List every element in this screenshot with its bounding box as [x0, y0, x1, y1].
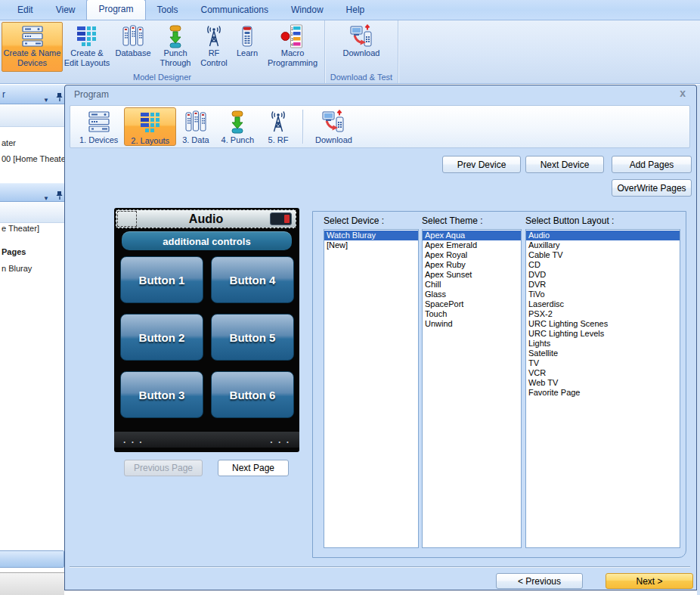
ribbon-button-learn[interactable]: Learn — [232, 22, 262, 72]
devices-icon — [20, 24, 45, 48]
previous-page-button: Previous Page — [124, 460, 203, 476]
list-item-tv[interactable]: TV — [526, 358, 680, 368]
toolbar-separator — [302, 110, 303, 144]
panel-header-label: r — [2, 89, 5, 100]
dialog-tab-label: 3. Data — [182, 135, 209, 144]
panel-toolbar-band — [0, 202, 64, 223]
list-item-lights[interactable]: Lights — [526, 339, 680, 349]
panel-toolbar-band — [0, 104, 64, 127]
ribbon-button-rf-control[interactable]: RF Control — [196, 22, 232, 72]
remote-preview: Audio additional controls Button 1Button… — [114, 208, 299, 452]
prev-device-button[interactable]: Prev Device — [442, 156, 521, 173]
list-item-urc-lighting-scenes[interactable]: URC Lighting Scenes — [526, 319, 680, 329]
remote-title-bar[interactable]: Audio — [116, 209, 296, 228]
remote-button-5[interactable]: Button 5 — [211, 314, 294, 361]
ribbon-button-database[interactable]: Database — [111, 22, 155, 72]
list-item-cable-tv[interactable]: Cable TV — [526, 250, 680, 260]
svg-text:2: 2 — [291, 32, 293, 36]
previous-step-button[interactable]: < Previous — [496, 573, 583, 589]
dialog-tab-download[interactable]: Download — [309, 107, 358, 146]
select-button-layout-label: Select Button Layout : — [525, 215, 614, 226]
list-item-glass[interactable]: Glass — [423, 290, 521, 299]
list-item-apex-emerald[interactable]: Apex Emerald — [423, 240, 521, 250]
dialog-tab-5-rf[interactable]: 5. RF — [260, 107, 296, 146]
list-item-unwind[interactable]: Unwind — [423, 319, 521, 329]
ribbon-button-label: Database — [111, 48, 155, 58]
device-listbox[interactable]: Watch Bluray[New] — [324, 229, 419, 548]
tree-item-fragment: n Bluray — [2, 264, 32, 273]
list-item-apex-royal[interactable]: Apex Royal — [423, 250, 521, 260]
list-item-dvr[interactable]: DVR — [526, 280, 680, 290]
list-item-vcr[interactable]: VCR — [526, 368, 680, 378]
selection-group-box: Select Device : Watch Bluray[New] Select… — [312, 211, 686, 558]
list-item-tivo[interactable]: TiVo — [526, 290, 680, 299]
rf-icon — [202, 24, 226, 48]
list-item-urc-lighting-levels[interactable]: URC Lighting Levels — [526, 329, 680, 339]
ribbon-button-label: Learn — [232, 48, 262, 58]
theme-listbox[interactable]: Apex AquaApex EmeraldApex RoyalApex Ruby… — [422, 229, 522, 548]
menu-item-communications[interactable]: Communications — [190, 1, 280, 20]
list-item-psx-2[interactable]: PSX-2 — [526, 309, 680, 319]
additional-controls-button[interactable]: additional controls — [122, 231, 292, 250]
background-panels: r ▼ ater 00 [Home Theater ▼ e Theater] P… — [0, 85, 64, 595]
list-item-apex-aqua[interactable]: Apex Aqua — [423, 231, 521, 240]
dialog-tab-4-punch[interactable]: 4. Punch — [215, 107, 260, 146]
list-item-cd[interactable]: CD — [526, 260, 680, 270]
next-device-button[interactable]: Next Device — [525, 156, 604, 173]
dialog-tab-2-layouts[interactable]: 2. Layouts — [124, 107, 176, 146]
macro-icon: 1234 — [280, 24, 305, 48]
punch-icon — [225, 110, 249, 134]
next-step-button[interactable]: Next > — [606, 573, 693, 589]
data-icon — [184, 110, 208, 134]
remote-button-2[interactable]: Button 2 — [120, 314, 203, 361]
punch-icon — [163, 24, 187, 48]
list-item-new[interactable]: [New] — [324, 240, 418, 250]
panel-header-top[interactable]: r ▼ — [0, 85, 64, 104]
list-item-audio[interactable]: Audio — [526, 231, 680, 240]
button-layout-listbox[interactable]: AudioAuxillaryCable TVCDDVDDVRTiVoLaserd… — [525, 229, 680, 548]
collapsed-panel-bar[interactable] — [0, 550, 64, 568]
list-item-apex-ruby[interactable]: Apex Ruby — [423, 260, 521, 270]
ribbon-button-create-edit-layouts[interactable]: Create & Edit Layouts — [63, 22, 111, 72]
next-page-button[interactable]: Next Page — [218, 460, 289, 476]
list-item-spaceport[interactable]: SpacePort — [423, 299, 521, 309]
list-item-dvd[interactable]: DVD — [526, 270, 680, 280]
list-item-web-tv[interactable]: Web TV — [526, 378, 680, 388]
tree-item-fragment: 00 [Home Theater — [2, 154, 64, 163]
ribbon-button-create-name-devices[interactable]: Create & Name Devices — [2, 22, 63, 72]
list-item-apex-sunset[interactable]: Apex Sunset — [423, 270, 521, 280]
ribbon-button-download[interactable]: Download — [327, 22, 396, 72]
select-theme-column: Select Theme : Apex AquaApex EmeraldApex… — [422, 212, 522, 557]
select-device-column: Select Device : Watch Bluray[New] — [324, 212, 419, 557]
menu-item-program[interactable]: Program — [86, 0, 145, 20]
menu-item-window[interactable]: Window — [280, 1, 335, 20]
list-item-chill[interactable]: Chill — [423, 280, 521, 290]
dialog-tab-3-data[interactable]: 3. Data — [176, 107, 215, 146]
dialog-toolbar: 1. Devices2. Layouts3. Data4. Punch5. RF… — [70, 105, 690, 148]
list-item-favorite-page[interactable]: Favorite Page — [526, 388, 680, 398]
layouts-icon — [138, 110, 163, 135]
menu-item-view[interactable]: View — [45, 1, 87, 20]
list-item-auxillary[interactable]: Auxillary — [526, 240, 680, 250]
remote-button-4[interactable]: Button 4 — [211, 256, 294, 303]
close-icon[interactable]: x — [680, 87, 686, 99]
remote-button-1[interactable]: Button 1 — [120, 256, 203, 303]
dialog-tab-label: 4. Punch — [221, 135, 254, 144]
menu-item-tools[interactable]: Tools — [146, 1, 190, 20]
ribbon-button-punch-through[interactable]: Punch Through — [155, 22, 196, 72]
remote-button-3[interactable]: Button 3 — [120, 371, 203, 418]
menu-item-help[interactable]: Help — [335, 1, 376, 20]
list-item-laserdisc[interactable]: Laserdisc — [526, 299, 680, 309]
list-item-satellite[interactable]: Satellite — [526, 349, 680, 358]
add-pages-button[interactable]: Add Pages — [612, 156, 692, 173]
ribbon-button-macro-programming[interactable]: 1234Macro Programming — [262, 22, 323, 72]
select-theme-label: Select Theme : — [422, 215, 482, 226]
dialog-tab-1-devices[interactable]: 1. Devices — [73, 107, 124, 146]
menu-item-edit[interactable]: Edit — [6, 1, 45, 20]
list-item-touch[interactable]: Touch — [423, 309, 521, 319]
list-item-watch-bluray[interactable]: Watch Bluray — [324, 231, 418, 240]
tree-item-fragment: e Theater] — [2, 224, 39, 233]
panel-header-bottom[interactable]: ▼ — [0, 183, 64, 202]
remote-button-6[interactable]: Button 6 — [211, 371, 294, 418]
overwrite-pages-button[interactable]: OverWrite Pages — [612, 179, 692, 197]
